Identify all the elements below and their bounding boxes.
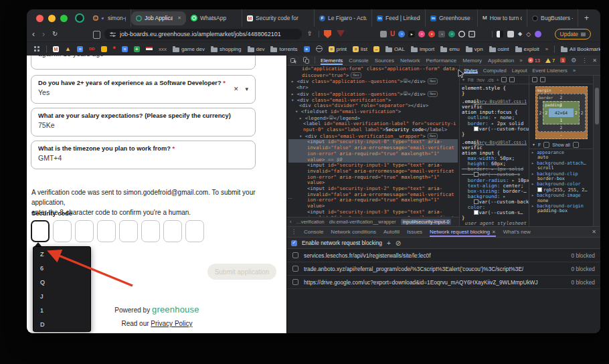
back-button[interactable]: ‹	[32, 27, 35, 41]
computed-property[interactable]: ▸ background-imagenone	[531, 193, 591, 203]
blue-app-bookmark[interactable]: ≡	[77, 46, 83, 52]
tab-whatsapp[interactable]: WhatsApp	[186, 9, 242, 27]
computed-property[interactable]: ▸ appearanceauto	[531, 151, 591, 161]
drawer-tab-network-conditions[interactable]: Network conditions	[331, 227, 376, 237]
drawer-tab-console[interactable]: Console	[304, 227, 323, 237]
box-model-diagram[interactable]: margin - border 2 2 padding	[535, 86, 588, 139]
more-tabs-icon[interactable]: »	[573, 68, 576, 74]
dom-line[interactable]: discover="true">flex	[288, 72, 458, 79]
share-icon[interactable]: ⇧	[307, 30, 313, 37]
tab-security-code-for[interactable]: MSecurity code for	[242, 9, 315, 27]
show-all-checkbox[interactable]	[543, 142, 549, 148]
submit-application-button[interactable]: Submit application	[207, 264, 276, 280]
apps-grid-icon[interactable]	[33, 46, 40, 52]
toggle-pane-icon[interactable]	[540, 77, 545, 82]
css-rule-line[interactable]: element.style {	[462, 86, 527, 91]
devtools-close-icon[interactable]: ✕	[592, 58, 597, 64]
folder-import[interactable]: import	[411, 46, 434, 52]
scrollbar[interactable]	[593, 76, 600, 226]
flex-badge[interactable]: flex	[428, 78, 438, 84]
shield-check-extension-icon[interactable]: ◇	[526, 31, 531, 37]
blocked-pattern-row[interactable]: trade.anboto.xyz/api/referral_program/co…	[287, 262, 600, 276]
breadcrumb-item[interactable]: …verification	[296, 219, 324, 225]
chevron-down-icon[interactable]: ▾	[245, 86, 248, 92]
blue-globe-extension-icon[interactable]: ◦	[398, 31, 405, 37]
flex-badge[interactable]: flex	[351, 72, 361, 78]
styles-tab-layout[interactable]: Layout	[512, 68, 527, 74]
drawer-kebab-icon[interactable]: ⋮	[291, 229, 296, 235]
reload-button[interactable]: ↻	[52, 27, 58, 41]
tab-bugbusters-fin[interactable]: BugBusters - Fin	[527, 9, 578, 27]
filter-item[interactable]: .cls	[487, 78, 494, 82]
globe-bookmark[interactable]	[316, 46, 323, 52]
tab-le-figaro-actua[interactable]: FLe Figaro - Actua	[315, 9, 372, 27]
devtools-tab-elements[interactable]: Elements	[321, 56, 343, 65]
computed-property[interactable]: ▸ background-originpadding-box	[531, 204, 591, 214]
devtools-tab-memory[interactable]: Memory	[462, 56, 482, 65]
drawer-tab-network-request-blocking[interactable]: Network request blocking✕	[430, 227, 496, 237]
expand-ellipsis-icon[interactable]: …	[403, 91, 408, 96]
css-rule-line[interactable]: }	[462, 91, 527, 96]
box-extension-icon[interactable]: •	[468, 31, 475, 37]
forward-button[interactable]: ›	[42, 27, 45, 41]
print-bookmark[interactable]: ≡print	[329, 46, 347, 52]
drawer-tab-close-icon[interactable]: ✕	[492, 230, 496, 234]
folder-exploit[interactable]: exploit	[515, 46, 539, 52]
red-asterisk-bookmark[interactable]: *	[113, 46, 116, 53]
more-tabs-icon[interactable]: »	[519, 58, 522, 64]
color-swatch[interactable]	[474, 210, 478, 215]
flex-badge[interactable]: flex	[428, 133, 438, 139]
pattern-checkbox[interactable]	[292, 252, 298, 258]
enable-blocking-checkbox[interactable]: ✓	[291, 240, 297, 246]
tab-how-to-turn-off-t[interactable]: MHow to turn off t	[478, 9, 527, 27]
clear-selection-icon[interactable]: ✕	[234, 86, 239, 92]
issues-badge[interactable]: 1	[560, 58, 566, 63]
ghost-extension-icon[interactable]	[458, 31, 465, 37]
dom-line[interactable]: ▾ <fieldset id="email-verification">	[288, 109, 458, 115]
sheets-bookmark[interactable]: +	[134, 46, 140, 52]
docs-bookmark[interactable]: ≡	[122, 46, 128, 52]
computed-property[interactable]: ▸ background-clipborder-box	[531, 172, 591, 182]
devtools-tab-sources[interactable]: Sources	[375, 56, 394, 65]
breadcrumb-item[interactable]: div.email-verification__wrapper	[329, 219, 396, 225]
color-swatch[interactable]	[474, 172, 478, 177]
tab-close-icon[interactable]: ✕	[175, 15, 181, 21]
drive-bookmark[interactable]: ▲	[65, 46, 71, 52]
tab-job-applicati[interactable]: Job Applicati✕	[131, 11, 186, 25]
dd-bookmark[interactable]: DD	[89, 47, 95, 51]
window-close-button[interactable]	[36, 15, 44, 22]
red-clock-extension-icon[interactable]: ●	[428, 31, 435, 37]
list-bookmark[interactable]: ≡list	[353, 46, 367, 52]
group-checkbox[interactable]	[573, 142, 579, 148]
flag-bookmark[interactable]	[146, 47, 153, 52]
color-swatch[interactable]	[474, 126, 478, 131]
autofill-suggestion-2[interactable]: Q	[33, 275, 90, 289]
breadcrumb-item[interactable]: input#security-input-0	[401, 219, 452, 225]
warning-badge[interactable]: 7	[545, 58, 555, 64]
blocked-pattern-row[interactable]: https://drive.google.com/uc?export=downl…	[287, 276, 600, 289]
device-toolbar-icon[interactable]	[302, 57, 309, 64]
dom-line[interactable]: ▸ <div class="application--questions">…<…	[288, 78, 458, 85]
color-swatch[interactable]	[474, 199, 478, 204]
styles-tab-styles[interactable]: Styles	[464, 68, 478, 74]
folder-torrents[interactable]: torrents	[270, 46, 297, 52]
drawer-tab-issues[interactable]: Issues	[407, 227, 422, 237]
yellow-dash-bookmark[interactable]: –	[373, 46, 379, 52]
tab-greenhouse-soft[interactable]: inGreenhouse Soft	[426, 9, 478, 27]
autofill-suggestion-5[interactable]: D	[33, 317, 90, 331]
css-rule-line[interactable]: var(--custom-s…	[462, 210, 527, 215]
photo-extension-icon[interactable]: ▪	[438, 31, 445, 37]
filter-item[interactable]: Filt	[468, 78, 474, 82]
share-nodes-extension-icon[interactable]: ◆	[518, 31, 522, 37]
add-pattern-icon[interactable]: +	[387, 240, 391, 247]
settings-gear-icon[interactable]: ⚙	[571, 57, 576, 64]
folder-osint[interactable]: osint	[489, 46, 509, 52]
folder-emu[interactable]: emu	[440, 46, 460, 52]
contrast-extension-icon[interactable]	[497, 31, 503, 37]
expand-ellipsis-icon[interactable]: …	[329, 115, 334, 120]
privacy-policy-link[interactable]: Privacy Policy	[151, 320, 192, 327]
folder-dev[interactable]: dev	[248, 46, 265, 52]
security-code-box-2[interactable]	[75, 220, 94, 242]
profile-avatar[interactable]	[75, 13, 84, 23]
question-timezone[interactable]: What is the timezone you plan to work fr…	[31, 141, 256, 169]
